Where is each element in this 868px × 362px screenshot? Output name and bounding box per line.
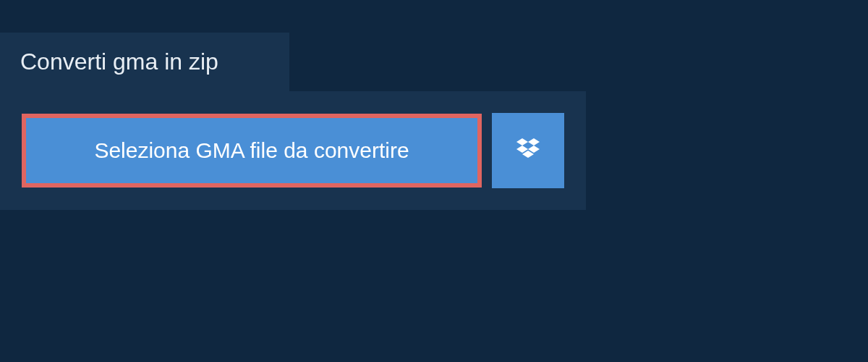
dropbox-icon (514, 135, 542, 167)
tab-title: Converti gma in zip (20, 49, 260, 75)
content-panel: Seleziona GMA file da convertire (0, 91, 586, 210)
dropbox-button[interactable] (492, 113, 564, 188)
select-file-button[interactable]: Seleziona GMA file da convertire (22, 114, 482, 188)
tab-header: Converti gma in zip (0, 33, 289, 91)
